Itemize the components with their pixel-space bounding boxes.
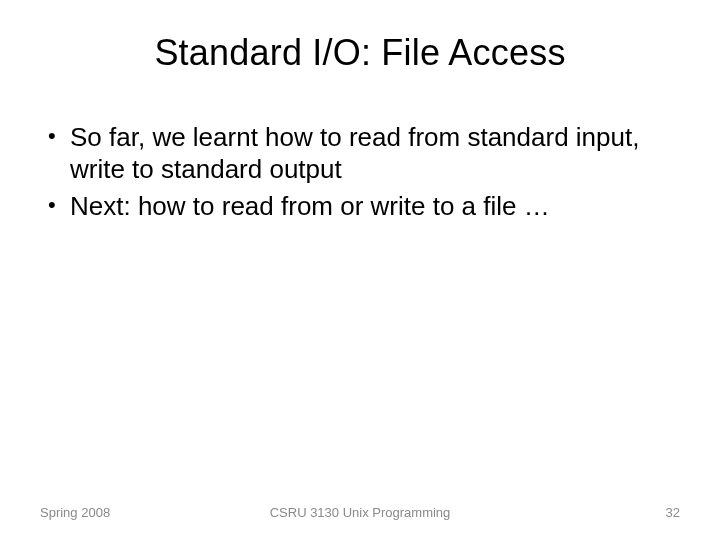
bullet-item: Next: how to read from or write to a fil… [46, 191, 680, 223]
footer-left: Spring 2008 [40, 505, 110, 520]
bullet-list: So far, we learnt how to read from stand… [46, 122, 680, 223]
footer-page-number: 32 [666, 505, 680, 520]
slide-footer: Spring 2008 CSRU 3130 Unix Programming 3… [0, 505, 720, 520]
slide: Standard I/O: File Access So far, we lea… [0, 0, 720, 540]
slide-title: Standard I/O: File Access [40, 32, 680, 74]
bullet-item: So far, we learnt how to read from stand… [46, 122, 680, 185]
slide-body: So far, we learnt how to read from stand… [40, 122, 680, 223]
